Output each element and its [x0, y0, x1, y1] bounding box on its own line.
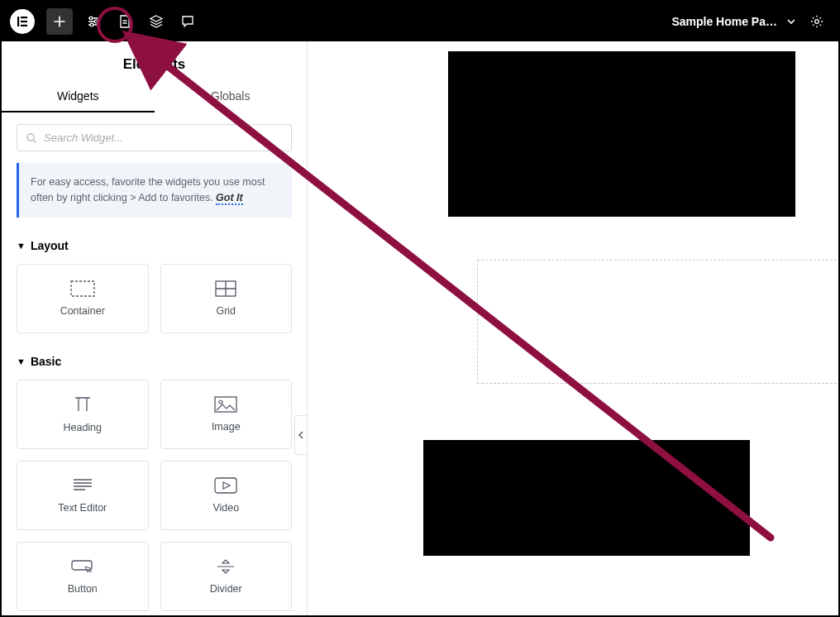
widget-divider[interactable]: Divider	[160, 542, 293, 611]
sidebar-tabs: Widgets Globals	[2, 81, 307, 112]
page-title[interactable]: Sample Home Pa…	[671, 15, 777, 28]
svg-rect-3	[21, 25, 27, 26]
widget-image-label: Image	[212, 421, 241, 433]
svg-point-8	[27, 133, 34, 140]
section-basic-title: Basic	[31, 355, 61, 368]
canvas-block-2[interactable]	[423, 440, 750, 556]
divider-icon	[215, 558, 236, 575]
topbar-left	[10, 6, 203, 37]
sidebar: Elements Widgets Globals For easy access…	[2, 41, 308, 617]
svg-point-6	[90, 23, 93, 26]
svg-point-5	[94, 20, 98, 23]
svg-rect-9	[71, 281, 94, 296]
notes-button[interactable]	[172, 6, 203, 37]
tab-widgets[interactable]: Widgets	[2, 81, 155, 112]
svg-rect-1	[21, 17, 27, 18]
svg-rect-0	[17, 17, 19, 26]
plus-icon	[53, 15, 66, 28]
widget-video[interactable]: Video	[160, 461, 293, 530]
section-layout-header[interactable]: ▼ Layout	[17, 239, 292, 252]
topbar-right: Sample Home Pa…	[671, 6, 830, 37]
grid-icon	[215, 280, 236, 297]
svg-rect-11	[215, 397, 236, 412]
section-basic: ▼ Basic Heading Image Text Editor	[17, 355, 292, 611]
section-layout-title: Layout	[31, 239, 69, 252]
widget-divider-label: Divider	[210, 583, 242, 595]
chevron-down-icon[interactable]	[785, 16, 797, 27]
settings-button[interactable]	[804, 6, 830, 37]
section-layout: ▼ Layout Container Grid	[17, 239, 292, 333]
page-settings-button[interactable]	[78, 6, 109, 37]
widget-button[interactable]: Button	[17, 542, 149, 611]
widget-heading[interactable]: Heading	[17, 380, 149, 449]
document-icon	[118, 14, 131, 29]
widget-grid-label: Grid	[216, 305, 236, 317]
canvas[interactable]	[308, 41, 838, 617]
section-basic-header[interactable]: ▼ Basic	[17, 355, 292, 368]
sidebar-title: Elements	[2, 41, 307, 81]
add-widget-button[interactable]	[46, 8, 73, 35]
svg-rect-2	[21, 21, 27, 22]
container-icon	[70, 280, 95, 297]
search-icon	[26, 132, 37, 144]
tab-globals[interactable]: Globals	[155, 81, 308, 112]
caret-down-icon: ▼	[17, 241, 26, 251]
document-button[interactable]	[109, 6, 141, 37]
collapse-panel[interactable]	[294, 415, 308, 455]
comment-icon	[180, 14, 195, 29]
image-icon	[214, 396, 237, 413]
widget-container-label: Container	[60, 305, 105, 317]
canvas-block-1[interactable]	[448, 51, 795, 217]
button-icon	[70, 558, 95, 575]
svg-point-12	[219, 400, 222, 404]
favorites-tip: For easy access, favorite the widgets yo…	[17, 163, 292, 218]
widget-heading-label: Heading	[63, 422, 102, 433]
widget-button-label: Button	[68, 583, 98, 595]
search-input[interactable]	[44, 132, 283, 144]
sliders-icon	[86, 14, 101, 29]
structure-button[interactable]	[141, 6, 172, 37]
widget-image[interactable]: Image	[160, 380, 293, 449]
svg-rect-14	[72, 561, 92, 570]
widget-text-editor-label: Text Editor	[58, 502, 107, 514]
svg-point-4	[89, 17, 93, 20]
caret-down-icon: ▼	[17, 356, 26, 366]
elementor-logo-icon	[17, 16, 28, 27]
widget-container[interactable]: Container	[17, 264, 149, 333]
svg-rect-13	[215, 478, 236, 493]
topbar: Sample Home Pa…	[2, 2, 838, 41]
search-widget[interactable]	[17, 124, 292, 151]
widget-text-editor[interactable]: Text Editor	[17, 461, 149, 530]
widget-video-label: Video	[212, 502, 239, 514]
elementor-logo[interactable]	[10, 9, 35, 34]
chevron-left-icon	[298, 431, 304, 439]
text-editor-icon	[72, 477, 93, 494]
main: Elements Widgets Globals For easy access…	[2, 41, 838, 617]
layout-grid: Container Grid	[17, 264, 292, 333]
tip-gotit[interactable]: Got It	[216, 192, 243, 205]
layers-icon	[149, 14, 164, 29]
svg-point-7	[815, 20, 819, 24]
gear-icon	[809, 14, 824, 29]
video-icon	[214, 477, 237, 494]
canvas-placeholder[interactable]	[477, 260, 838, 384]
basic-grid: Heading Image Text Editor Video	[17, 380, 292, 611]
widget-grid[interactable]: Grid	[160, 264, 293, 333]
sidebar-body: For easy access, favorite the widgets yo…	[2, 112, 307, 617]
heading-icon	[72, 395, 93, 414]
